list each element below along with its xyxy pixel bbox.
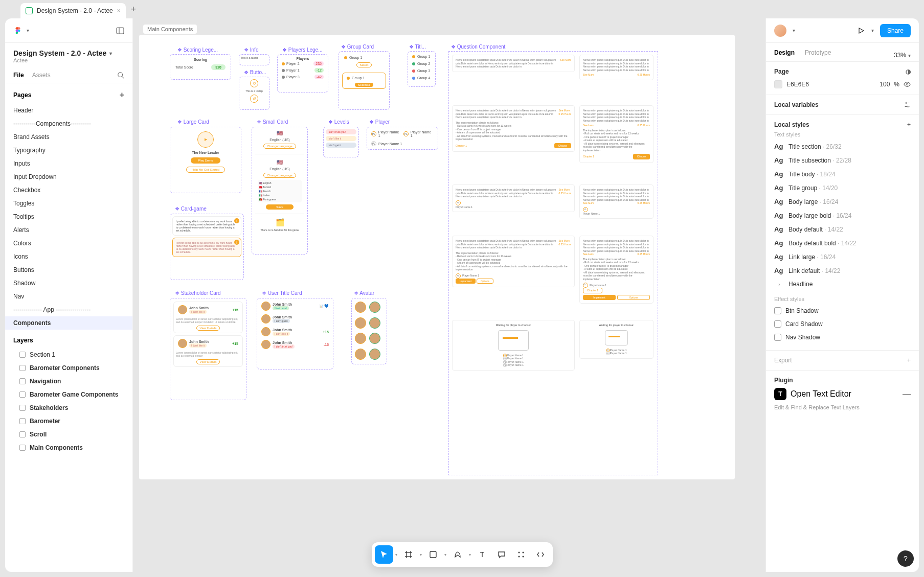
component-label[interactable]: Levels [328, 119, 349, 125]
local-variables-section[interactable]: Local variables [766, 95, 919, 115]
text-tool[interactable]: T [473, 545, 491, 564]
add-style-icon[interactable]: + [907, 121, 911, 128]
question-card[interactable]: Nemo enim ipsam voluptatem quia Duis aut… [452, 236, 575, 287]
minus-icon[interactable]: — [903, 389, 911, 399]
question-component-group[interactable]: Nemo enim ipsam voluptatem quia Duis aut… [448, 51, 658, 475]
text-style-row[interactable]: AgTitle body · 18/24 [774, 167, 911, 181]
effect-style-row[interactable]: Nav Shadow [774, 331, 911, 344]
avatar-mock[interactable] [351, 298, 387, 364]
card-game-mock[interactable]: I prefer being able to co-determine my w… [170, 214, 244, 280]
present-icon[interactable] [857, 27, 865, 35]
question-card[interactable]: Nemo enim ipsam voluptatem quia Duis aut… [579, 105, 653, 163]
page-item[interactable]: Components [5, 316, 132, 330]
canvas[interactable]: Main Components Scoring Lege... Info Pla… [133, 18, 765, 572]
page-item[interactable]: Inputs [5, 157, 132, 170]
page-item[interactable]: Brand Assets [5, 130, 132, 144]
component-label[interactable]: Group Card [341, 44, 374, 50]
question-card[interactable]: Nemo enim ipsam voluptatem quia Duis aut… [452, 105, 575, 152]
page-item[interactable]: Header [5, 104, 132, 117]
panel-toggle-icon[interactable] [116, 27, 124, 35]
page-item[interactable]: Input Dropdown [5, 170, 132, 183]
file-team[interactable]: Actee [13, 57, 124, 63]
chevron-down-icon[interactable]: ▾ [793, 28, 795, 33]
effect-style-row[interactable]: Card Shadow [774, 317, 911, 331]
layer-item[interactable]: Main Components [5, 441, 132, 454]
component-label[interactable]: User Title Card [262, 290, 302, 296]
export-section[interactable]: Export+ [766, 351, 919, 371]
adjust-icon[interactable] [904, 101, 911, 108]
layer-item[interactable]: Barometer [5, 414, 132, 428]
share-button[interactable]: Share [880, 24, 911, 37]
page-item[interactable]: -------------- App ----------------- [5, 303, 132, 316]
effect-style-row[interactable]: Btn Shadow [774, 304, 911, 317]
plugin-row[interactable]: T Open Text Editor — [774, 384, 911, 404]
layer-item[interactable]: Scroll [5, 428, 132, 441]
add-page-icon[interactable]: + [120, 90, 124, 100]
add-export-icon[interactable]: + [907, 357, 911, 364]
component-label[interactable]: Stakeholder Card [175, 290, 221, 296]
component-label[interactable]: Butto... [244, 70, 266, 75]
file-tab[interactable]: Design System - 2.0 - Actee × [20, 3, 126, 18]
page-item[interactable]: Shadow [5, 276, 132, 290]
stakeholder-card-mock[interactable]: John SmithI don't like it+15 Lorem ipsum… [170, 298, 246, 400]
component-label[interactable]: Scoring Lege... [177, 47, 218, 53]
new-tab-button[interactable]: + [126, 4, 141, 15]
text-style-row[interactable]: AgLink large · 16/24 [774, 250, 911, 264]
frame-tool[interactable] [399, 545, 418, 564]
layer-item[interactable]: Navigation [5, 375, 132, 388]
tab-design[interactable]: Design [774, 49, 795, 61]
text-style-row[interactable]: AgBody default · 14/22 [774, 222, 911, 236]
main-frame[interactable]: Scoring Lege... Info Players Lege... Gro… [139, 35, 735, 479]
page-item[interactable]: Alerts [5, 223, 132, 237]
page-item[interactable]: Buttons [5, 263, 132, 276]
question-card[interactable]: Nemo enim ipsam voluptatem quia Duis aut… [579, 236, 653, 304]
button-mock[interactable]: ↺ This is a tooltip ↺ [239, 77, 269, 110]
group-card-mock[interactable]: Group 1 Select Group 1 Selected [339, 51, 390, 110]
visibility-icon[interactable] [904, 81, 911, 88]
user-avatar[interactable] [774, 25, 786, 37]
page-item[interactable]: Nav [5, 290, 132, 303]
chevron-down-icon[interactable]: ▾ [871, 28, 874, 33]
color-swatch[interactable] [774, 80, 782, 88]
waiting-card[interactable]: Waiting for player to choose: PLPlayer N… [579, 320, 653, 359]
component-label[interactable]: Large Card [177, 119, 209, 125]
text-style-row[interactable]: AgBody default bold · 14/22 [774, 236, 911, 250]
layer-item[interactable]: Barometer Components [5, 361, 132, 375]
help-button[interactable]: ? [897, 550, 914, 567]
player-mock[interactable]: PLPlayer Name 1PLPlayer Name 1 PLPlayer … [367, 127, 438, 150]
page-item[interactable]: Tooltips [5, 210, 132, 223]
pen-tool[interactable] [448, 545, 467, 564]
scoring-legend-mock[interactable]: Scoring Total Score 320 [170, 54, 231, 80]
text-style-row[interactable]: AgTitle group · 14/20 [774, 181, 911, 195]
text-style-row[interactable]: AgBody large · 16/24 [774, 195, 911, 209]
players-legend-mock[interactable]: Players Player 2235 Player 1-12 Player 3… [277, 54, 328, 93]
question-card[interactable]: Nemo enim ipsam voluptatem quia Duis aut… [452, 184, 575, 212]
tab-prototype[interactable]: Prototype [805, 49, 831, 61]
component-label[interactable]: Player [369, 119, 390, 125]
search-icon[interactable] [117, 72, 124, 79]
component-label[interactable]: Question Component [451, 44, 505, 50]
chevron-down-icon[interactable]: ▾ [27, 28, 29, 33]
component-label[interactable]: Card-game [175, 206, 207, 212]
tab-file[interactable]: File [13, 72, 24, 79]
page-item[interactable]: Colors [5, 237, 132, 250]
style-headline[interactable]: ›Headline [774, 278, 911, 291]
page-item[interactable]: Icons [5, 250, 132, 263]
info-mock[interactable]: This is a tooltip [239, 54, 269, 65]
page-item[interactable]: Toggles [5, 197, 132, 210]
dev-mode-tool[interactable] [531, 545, 550, 564]
text-style-row[interactable]: AgTitle subsection · 22/28 [774, 153, 911, 167]
shape-tool[interactable] [424, 545, 442, 564]
text-style-row[interactable]: AgLink default · 14/22 [774, 264, 911, 278]
page-item[interactable]: -----------Components---------- [5, 117, 132, 130]
tab-assets[interactable]: Assets [32, 72, 51, 79]
component-label[interactable]: Players Lege... [282, 47, 323, 53]
frame-label[interactable]: Main Components [143, 25, 197, 34]
comment-tool[interactable] [492, 545, 511, 564]
actions-tool[interactable] [512, 545, 530, 564]
close-tab-icon[interactable]: × [117, 7, 121, 14]
user-title-card-mock[interactable]: John SmithNext Level📊💙 John SmithI don't… [257, 298, 333, 370]
component-label[interactable]: Info [244, 47, 258, 53]
large-card-mock[interactable]: ▶ The New Leader Play Demo Help Me Get S… [170, 127, 241, 193]
text-style-row[interactable]: AgTitle section · 26/32 [774, 140, 911, 153]
